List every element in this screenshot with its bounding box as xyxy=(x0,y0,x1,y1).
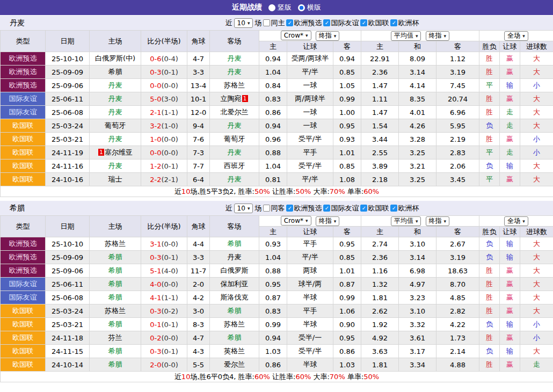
checkbox-checked-icon xyxy=(323,205,330,212)
final-odds-select-value: 终指 xyxy=(319,31,332,40)
handicap-odds-home: 0.86 xyxy=(259,106,287,119)
handicap-line: 两/两球半 xyxy=(287,92,333,106)
league-label: 欧国联 xyxy=(368,204,389,213)
result-outcome: 胜 xyxy=(479,331,500,345)
half-time-score: (0-0) xyxy=(161,149,178,157)
final-odds-select-2[interactable]: 终指 xyxy=(426,216,450,226)
col-handicap: 让球 xyxy=(287,41,333,52)
team-label: 瑞士 xyxy=(108,175,122,183)
team-label: 塞尔维亚 xyxy=(105,148,133,156)
half-time-score: (0-1) xyxy=(161,321,178,329)
league-checkbox-friendly[interactable]: 国际友谊 xyxy=(323,204,359,213)
handicap-line: 受两/两球半 xyxy=(287,52,333,66)
result-outcome: 胜 xyxy=(479,133,500,146)
summary-segment: 单率: xyxy=(345,373,364,381)
handicap-line: 平/半 xyxy=(287,66,333,79)
league-checkbox-friendly[interactable]: 国际友谊 xyxy=(323,18,359,28)
match-score: 0-3(0-2) xyxy=(141,304,187,318)
final-odds-select-2-value: 终指 xyxy=(429,31,442,40)
handicap-odds-away: 0.99 xyxy=(333,291,361,304)
corner-count: 3-3 xyxy=(187,251,210,264)
corner-count: 6-4 xyxy=(187,173,210,186)
filter-bar: 近 10 场 同主 欧洲预选 国际友谊 欧国联 欧洲杯 xyxy=(225,18,419,28)
match-type-badge: 国际友谊 xyxy=(1,278,46,291)
avg-odds-draw: 3.10 xyxy=(399,304,436,318)
full-time-score: 0-1 xyxy=(150,321,161,329)
away-team: 希腊 xyxy=(210,331,259,345)
match-row: 欧国联24-10-14希腊2-0(0-0)5-5爱尔兰0.86半球1.031.8… xyxy=(1,358,553,372)
final-odds-select-2[interactable]: 终指 xyxy=(426,31,450,41)
handicap-odds-home: 0.93 xyxy=(259,237,287,251)
summary-segment: 10 xyxy=(181,187,191,195)
match-date: 25-09-09 xyxy=(46,66,90,79)
radio-vertical-layout[interactable]: 竖版 xyxy=(268,3,292,12)
games-count-select[interactable]: 10 xyxy=(234,18,253,28)
same-venue-checkbox-item[interactable]: 同客 xyxy=(263,204,285,213)
average-select[interactable]: 平均值 xyxy=(391,216,421,226)
avg-odds-home: 1.16 xyxy=(361,264,399,278)
average-select[interactable]: 平均值 xyxy=(391,31,421,41)
handicap-line: 一球 xyxy=(287,119,333,133)
result-goals: 大 xyxy=(520,52,553,66)
away-team: 丹麦 xyxy=(210,146,259,159)
team-label: 丹麦 xyxy=(228,54,242,62)
result-goals: 大 xyxy=(520,304,553,318)
result-goals: 大 xyxy=(520,173,553,186)
handicap-odds-home: 0.86 xyxy=(259,358,287,372)
league-checkbox-eurocup[interactable]: 欧洲杯 xyxy=(390,204,419,213)
avg-odds-away: 2.82 xyxy=(436,304,479,318)
same-venue-checkbox-item[interactable]: 同主 xyxy=(263,18,285,28)
match-score: 4-1(1-1) xyxy=(141,291,187,304)
match-row: 欧国联24-11-191塞尔维亚0-0(0-0)7-3丹麦0.88平手1.012… xyxy=(1,146,553,159)
match-score: 5-1(4-0) xyxy=(141,264,187,278)
match-date: 25-03-21 xyxy=(46,133,90,146)
result-goals: 小 xyxy=(520,318,553,331)
league-checkbox-nations[interactable]: 欧国联 xyxy=(360,204,389,213)
home-team: 希腊 xyxy=(90,291,141,304)
summary-segment: 60% xyxy=(363,187,379,195)
full-match-select[interactable]: 全场 xyxy=(504,216,528,226)
result-goals: 大 xyxy=(520,278,553,291)
team-name: 希腊 xyxy=(10,204,25,213)
avg-odds-draw: 3.61 xyxy=(399,331,436,345)
handicap-odds-away: 1.06 xyxy=(333,304,361,318)
radio-horizontal-layout[interactable]: 横版 xyxy=(298,3,321,12)
match-date: 25-09-06 xyxy=(46,79,90,92)
league-checkbox-nations[interactable]: 欧国联 xyxy=(360,18,389,28)
league-checkbox-eurocup[interactable]: 欧洲杯 xyxy=(390,18,419,28)
summary-segment: 近 xyxy=(174,373,181,381)
final-odds-select[interactable]: 终指 xyxy=(316,216,340,226)
col-handicap: 让球 xyxy=(287,227,333,237)
corner-count: 4-7 xyxy=(187,331,210,345)
summary-segment: 场,胜5平3负2, 胜率: xyxy=(190,187,254,195)
match-type-badge: 欧国联 xyxy=(1,173,46,186)
away-team: 英格兰 xyxy=(210,345,259,358)
col-handicap-home: 主 xyxy=(259,227,287,237)
match-type-badge: 欧国联 xyxy=(1,304,46,318)
games-count-select[interactable]: 10 xyxy=(234,204,253,213)
result-outcome: 胜 xyxy=(479,304,500,318)
result-outcome: 胜 xyxy=(479,278,500,291)
match-date: 24-10-14 xyxy=(46,358,90,372)
match-date: 25-06-11 xyxy=(46,278,90,291)
bookmaker-select[interactable]: Crow* xyxy=(281,31,311,40)
full-match-select[interactable]: 全场 xyxy=(504,31,528,41)
handicap-odds-away: 0.95 xyxy=(333,119,361,133)
league-checkbox-euro-qualifier[interactable]: 欧洲预选 xyxy=(286,18,322,28)
result-outcome: 负 xyxy=(479,345,500,358)
league-label: 欧洲杯 xyxy=(398,18,419,28)
league-checkbox-euro-qualifier[interactable]: 欧洲预选 xyxy=(286,204,322,213)
bookmaker-select[interactable]: Crow* xyxy=(281,216,311,226)
away-team: 苏格兰 xyxy=(210,79,259,92)
final-odds-select[interactable]: 终指 xyxy=(316,31,340,41)
team-label: 丹麦 xyxy=(108,108,122,116)
match-row: 欧洲预选25-09-06希腊5-1(4-0)11-7白俄罗斯0.88两球1.01… xyxy=(1,264,553,278)
avg-odds-away: 7.45 xyxy=(436,79,479,92)
half-time-score: (1-1) xyxy=(161,294,178,302)
match-row: 欧国联25-03-21希腊0-1(0-1)8-3苏格兰0.99半球0.901.9… xyxy=(1,318,553,331)
match-score: 0-0(0-0) xyxy=(141,146,187,159)
red-card-badge: 1 xyxy=(98,149,104,156)
avg-odds-away: 2.67 xyxy=(436,237,479,251)
match-date: 24-11-19 xyxy=(46,146,90,159)
summary-segment: 50% xyxy=(363,373,379,381)
